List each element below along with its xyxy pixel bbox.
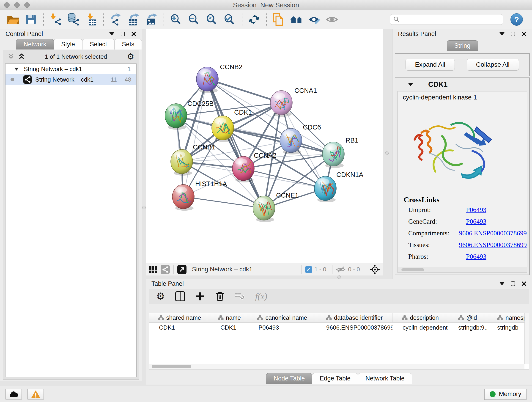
network-canvas[interactable]: CCNB2CCNA1CDC25BCDK1CDC6RB1CCNB1CCNA2CDK…: [146, 29, 383, 263]
select-columns-icon[interactable]: [175, 291, 185, 302]
network-edge[interactable]: [207, 79, 264, 208]
network-node-CCNE1[interactable]: CCNE1: [253, 191, 298, 222]
zoom-fit-button[interactable]: [205, 12, 219, 27]
network-edge[interactable]: [223, 128, 333, 154]
network-edge[interactable]: [183, 197, 264, 208]
home-view-button[interactable]: [289, 12, 304, 27]
network-node-RB1[interactable]: RB1: [322, 137, 358, 168]
export-image-button[interactable]: [144, 12, 158, 27]
crosslink-link[interactable]: 9606.ENSP00000378699: [459, 230, 527, 237]
network-node-CCNA1[interactable]: CCNA1: [270, 87, 317, 117]
horizontal-scrollbar[interactable]: [149, 364, 525, 369]
crosslink-link[interactable]: P06493: [466, 218, 486, 225]
hide-graphics-details-button[interactable]: [307, 12, 322, 27]
table-cell[interactable]: 9606.ENSP00000378699: [316, 324, 393, 331]
gene-section-header[interactable]: CDK1: [395, 78, 529, 91]
tab-node-table[interactable]: Node Table: [266, 373, 312, 384]
column-header[interactable]: database identifier: [316, 313, 393, 322]
panel-menu-icon[interactable]: [500, 32, 505, 36]
warning-button[interactable]: [27, 389, 44, 400]
delete-column-icon[interactable]: [215, 291, 225, 302]
function-builder-icon[interactable]: f(x): [255, 291, 267, 301]
float-panel-icon[interactable]: [511, 32, 515, 36]
add-column-icon[interactable]: [195, 292, 205, 301]
crosslink-link[interactable]: P06493: [466, 206, 486, 214]
horizontal-scrollbar[interactable]: [398, 267, 527, 273]
zoom-in-button[interactable]: [169, 12, 183, 27]
search-input[interactable]: [402, 16, 500, 23]
float-panel-icon[interactable]: [511, 281, 515, 286]
network-node-CDC25B[interactable]: CDC25B: [165, 100, 214, 130]
open-session-button[interactable]: [6, 12, 20, 27]
table-cell[interactable]: P06493: [248, 324, 316, 331]
panel-menu-icon[interactable]: [500, 282, 505, 285]
tab-network[interactable]: Network: [16, 39, 54, 50]
table-cell[interactable]: cyclin-dependent ...: [393, 324, 448, 331]
export-table-button[interactable]: [127, 12, 141, 27]
left-splitter-handle[interactable]: [142, 206, 146, 209]
network-node-CDKN1A[interactable]: CDKN1A: [314, 171, 363, 202]
bottom-splitter-handle[interactable]: [337, 275, 341, 279]
gear-icon[interactable]: ⚙: [156, 292, 165, 301]
right-splitter-handle[interactable]: [385, 152, 389, 155]
network-node-HIST1H1A[interactable]: HIST1H1A: [172, 180, 227, 211]
grid-mode-icon[interactable]: [149, 265, 157, 274]
zoom-selected-button[interactable]: [222, 12, 237, 27]
memory-button[interactable]: Memory: [484, 389, 526, 400]
crosslink-link[interactable]: P06493: [466, 253, 486, 260]
save-session-button[interactable]: [24, 12, 38, 27]
detach-view-icon[interactable]: [177, 265, 186, 274]
column-header[interactable]: shared name: [149, 313, 210, 322]
help-button[interactable]: ?: [510, 13, 523, 26]
birds-eye-view-icon[interactable]: [370, 264, 380, 274]
scrollbar-thumb[interactable]: [401, 268, 424, 271]
export-network-button[interactable]: [109, 12, 123, 27]
close-panel-icon[interactable]: [521, 32, 526, 36]
tab-string[interactable]: String: [447, 40, 478, 51]
tab-select[interactable]: Select: [82, 39, 114, 50]
column-header[interactable]: @id: [448, 313, 487, 322]
crosslink-link[interactable]: 9606.ENSP00000378699: [459, 241, 527, 249]
scrollbar-thumb[interactable]: [152, 365, 191, 368]
table-cell[interactable]: CDK1: [149, 324, 210, 331]
column-header[interactable]: description: [393, 313, 448, 322]
collapse-all-icon[interactable]: [7, 53, 14, 60]
show-graphics-details-button[interactable]: [325, 12, 339, 27]
network-row[interactable]: String Network – cdk1 11 48: [6, 74, 136, 85]
cloud-status-button[interactable]: [6, 389, 22, 400]
tab-network-table[interactable]: Network Table: [358, 373, 412, 384]
float-panel-icon[interactable]: [121, 32, 125, 36]
expand-all-button[interactable]: Expand All: [405, 59, 455, 70]
hidden-eye-icon[interactable]: [336, 266, 346, 274]
table-cell[interactable]: CDK1: [210, 324, 248, 331]
collapse-section-icon[interactable]: [408, 83, 413, 86]
apply-layout-button[interactable]: [247, 12, 261, 27]
copy-button[interactable]: [272, 12, 286, 27]
table-row[interactable]: CDK1 CDK1 P06493 9606.ENSP00000378699 cy…: [149, 322, 529, 332]
network-type-icon[interactable]: [161, 265, 170, 274]
tab-style[interactable]: Style: [54, 39, 82, 50]
network-collection-row[interactable]: String Network – cdk1 1: [6, 64, 136, 74]
gear-icon[interactable]: ⚙: [127, 52, 134, 61]
panel-menu-icon[interactable]: [109, 32, 114, 36]
tab-sets[interactable]: Sets: [114, 39, 142, 50]
tab-edge-table[interactable]: Edge Table: [312, 373, 358, 384]
close-panel-icon[interactable]: [521, 281, 526, 286]
selected-checkbox-icon[interactable]: ✓: [305, 266, 312, 273]
import-network-database-button[interactable]: [66, 12, 80, 27]
zoom-out-button[interactable]: [187, 12, 201, 27]
expand-collapse-icon[interactable]: [14, 68, 19, 70]
table-cell[interactable]: stringdb: [487, 324, 529, 331]
column-header[interactable]: canonical name: [248, 313, 316, 322]
delete-table-icon[interactable]: [235, 293, 245, 300]
search-box[interactable]: [390, 14, 503, 25]
collapse-all-button[interactable]: Collapse All: [467, 59, 519, 70]
import-network-file-button[interactable]: [48, 12, 63, 27]
table-cell[interactable]: stringdb:9...: [448, 324, 487, 331]
vertical-scrollbar[interactable]: [525, 313, 529, 364]
network-edge[interactable]: [207, 79, 281, 103]
close-panel-icon[interactable]: [131, 32, 136, 36]
expand-all-icon[interactable]: [18, 53, 25, 60]
column-header[interactable]: namespace: [487, 313, 529, 322]
import-table-file-button[interactable]: [84, 12, 98, 27]
